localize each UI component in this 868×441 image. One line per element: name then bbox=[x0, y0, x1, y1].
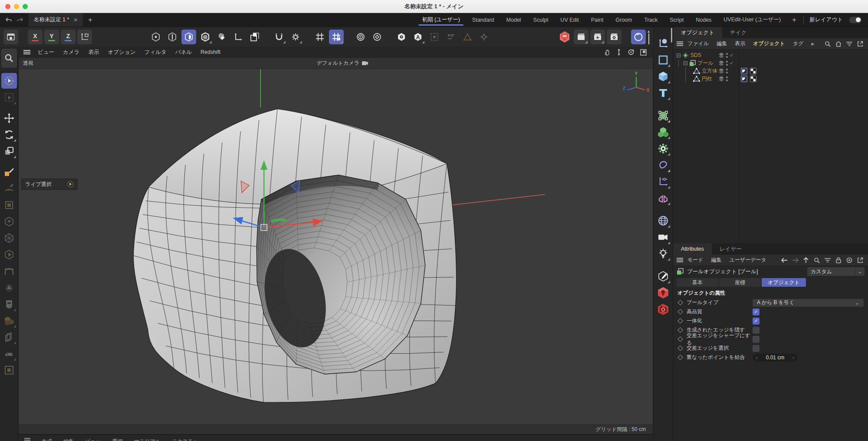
mm-menu-texture[interactable]: テクスチャ bbox=[172, 438, 198, 441]
enabled-check-icon[interactable]: ✓ bbox=[730, 60, 733, 66]
layout-tab-uvedit-user[interactable]: UVEdit-User (ユーザー) bbox=[717, 13, 787, 27]
track-target-icon[interactable] bbox=[846, 257, 853, 264]
spline-pen-tool-icon[interactable] bbox=[1, 181, 17, 196]
om-menu-more-icon[interactable]: ▶ bbox=[808, 42, 818, 46]
boole-type-dropdown[interactable]: A から B を引く⌄ bbox=[753, 299, 864, 307]
document-tab-close-icon[interactable]: ✕ bbox=[73, 17, 78, 23]
quantize-rotation-icon[interactable] bbox=[353, 30, 368, 44]
layout-tab-track[interactable]: Track bbox=[638, 13, 664, 27]
layout-tab-paint[interactable]: Paint bbox=[585, 13, 610, 27]
quantize-settings-icon[interactable] bbox=[370, 30, 385, 44]
key-diamond-icon[interactable] bbox=[677, 318, 683, 324]
rectangle-selection-tool-icon[interactable] bbox=[1, 90, 17, 105]
edges-mode-icon[interactable] bbox=[165, 30, 180, 44]
generator-gear-icon[interactable] bbox=[655, 141, 671, 156]
layout-lock-toggle[interactable] bbox=[849, 17, 862, 23]
scale-tool-icon[interactable] bbox=[1, 143, 17, 159]
undo-icon[interactable] bbox=[4, 16, 13, 24]
menu-panel[interactable]: パネル bbox=[171, 49, 196, 56]
auto-mode-icon[interactable]: A bbox=[411, 30, 425, 44]
model-mode-icon[interactable] bbox=[198, 30, 213, 44]
interactive-render-icon[interactable] bbox=[631, 30, 646, 44]
menu-options[interactable]: オプション bbox=[104, 49, 139, 56]
maximize-panel-icon[interactable] bbox=[639, 48, 647, 56]
rotate-tool-icon[interactable] bbox=[1, 127, 17, 143]
viewport-burger-menu-icon[interactable] bbox=[21, 50, 33, 55]
key-diamond-icon[interactable] bbox=[677, 300, 683, 305]
orbit-icon[interactable] bbox=[627, 48, 635, 56]
attr-menu-mode[interactable]: モード bbox=[684, 256, 707, 264]
add-document-tab-button[interactable]: + bbox=[83, 13, 97, 27]
viewport-canvas[interactable] bbox=[19, 69, 653, 434]
live-selection-tool-icon[interactable] bbox=[1, 73, 17, 89]
layout-tab-sculpt[interactable]: Sculpt bbox=[527, 13, 555, 27]
key-diamond-icon[interactable] bbox=[677, 355, 683, 360]
subdivision-surface-icon[interactable] bbox=[655, 108, 671, 123]
tree-row-boole[interactable]: − ブール ✓ bbox=[673, 59, 868, 67]
render-to-picture-viewer-icon[interactable] bbox=[574, 30, 589, 44]
break-cut-edges-checkbox[interactable] bbox=[753, 336, 760, 343]
subdivide-cube-tool-icon[interactable] bbox=[1, 230, 17, 246]
redo-icon[interactable] bbox=[16, 16, 24, 24]
preset-dropdown[interactable]: カスタム ⌄ bbox=[807, 267, 865, 276]
polygon-pen-tool-icon[interactable] bbox=[1, 164, 17, 180]
bridge-tool-icon[interactable] bbox=[1, 263, 17, 279]
enabled-check-icon[interactable]: ✓ bbox=[730, 53, 733, 58]
points-mode-icon[interactable] bbox=[148, 30, 163, 44]
volume-builder-icon[interactable] bbox=[655, 124, 671, 140]
viewport[interactable]: 透視 デフォルトカメラ bbox=[18, 57, 653, 434]
tab-layers[interactable]: レイヤー bbox=[712, 243, 750, 255]
layout-tab-groom[interactable]: Groom bbox=[609, 13, 638, 27]
high-quality-checkbox[interactable]: ✓ bbox=[753, 308, 760, 315]
spline-object-icon[interactable] bbox=[655, 52, 671, 68]
layout-tab-standard[interactable]: Standard bbox=[466, 13, 500, 27]
knife-cube-tool-icon[interactable] bbox=[1, 247, 17, 262]
attr-search-icon[interactable] bbox=[813, 257, 820, 264]
uvw-tag-icon[interactable] bbox=[750, 76, 756, 82]
om-search-icon[interactable] bbox=[824, 40, 831, 47]
bevel-cube-tool-icon[interactable] bbox=[1, 214, 17, 229]
visibility-dots[interactable] bbox=[726, 53, 728, 58]
mm-menu-create[interactable]: 作成 bbox=[42, 438, 52, 441]
menu-camera[interactable]: カメラ bbox=[59, 49, 83, 56]
viewport-solo-icon[interactable] bbox=[3, 30, 18, 44]
render-settings-icon[interactable] bbox=[607, 30, 621, 44]
extrude-tool-icon[interactable] bbox=[1, 197, 17, 213]
weight-paint-tool-icon[interactable] bbox=[1, 280, 17, 295]
measure-settings-gear-icon[interactable] bbox=[477, 30, 491, 44]
layout-tab-uvedit[interactable]: UV Edit bbox=[554, 13, 585, 27]
collapse-icon[interactable]: − bbox=[684, 61, 687, 65]
layout-tab-script[interactable]: Script bbox=[664, 13, 690, 27]
light-object-icon[interactable] bbox=[655, 246, 671, 262]
snap-magnet-icon[interactable] bbox=[272, 30, 286, 44]
move-tool-icon[interactable] bbox=[1, 110, 17, 126]
tree-row-cube[interactable]: 立方体 bbox=[673, 67, 868, 75]
tab-coordinates[interactable]: 座標 bbox=[719, 278, 761, 287]
globe-environment-icon[interactable] bbox=[655, 213, 671, 229]
toolbar-scrollbar[interactable]: ▲ bbox=[648, 30, 650, 44]
layer-icon[interactable] bbox=[718, 76, 724, 82]
om-burger-icon[interactable] bbox=[677, 41, 683, 46]
lock-y-axis-button[interactable]: Y bbox=[44, 30, 59, 44]
menu-view[interactable]: ビュー bbox=[34, 49, 58, 56]
attr-filter-icon[interactable] bbox=[824, 257, 831, 264]
mm-menu-view[interactable]: ビュー bbox=[85, 438, 101, 441]
coordinate-system-icon[interactable] bbox=[77, 30, 92, 44]
center-axis-tool-icon[interactable] bbox=[1, 362, 17, 378]
document-tab[interactable]: 名称未設定 1 * ✕ bbox=[29, 13, 83, 27]
axis-modify-icon[interactable] bbox=[231, 30, 246, 44]
attr-popout-icon[interactable] bbox=[857, 257, 864, 264]
layout-tab-default[interactable]: 初期 (ユーザー) bbox=[416, 13, 466, 27]
cube-object-icon[interactable] bbox=[655, 69, 671, 84]
camera-object-icon[interactable] bbox=[655, 229, 671, 245]
iron-tool-icon[interactable] bbox=[1, 346, 17, 361]
layer-icon[interactable] bbox=[718, 52, 724, 58]
key-diamond-icon[interactable] bbox=[677, 309, 683, 315]
render-region-icon[interactable] bbox=[590, 30, 605, 44]
visibility-dots[interactable] bbox=[726, 76, 728, 81]
key-diamond-icon[interactable] bbox=[677, 327, 683, 333]
material-edit-icon[interactable] bbox=[655, 269, 671, 284]
visibility-dots[interactable] bbox=[726, 69, 728, 73]
phong-tag-icon[interactable] bbox=[741, 68, 747, 74]
layer-icon[interactable] bbox=[718, 60, 724, 66]
